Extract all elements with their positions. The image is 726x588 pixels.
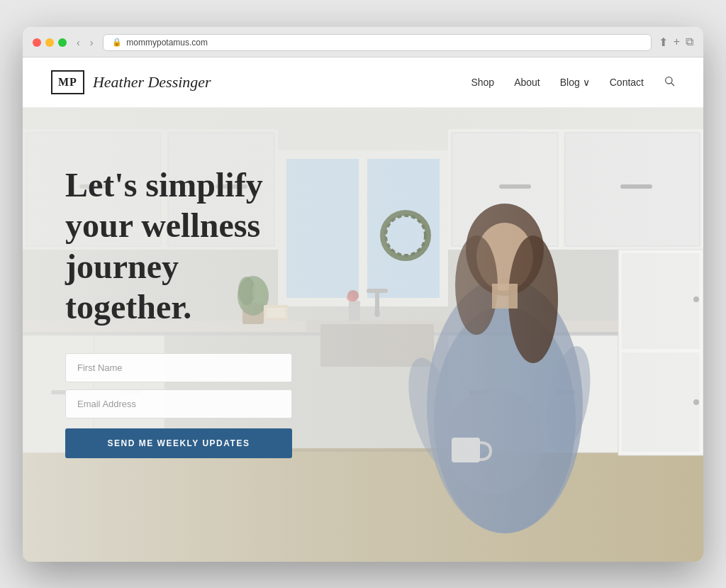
forward-button[interactable]: › xyxy=(87,35,96,50)
browser-nav-controls: ‹ › xyxy=(74,35,96,50)
browser-actions: ⬆ + ⧉ xyxy=(659,35,693,49)
browser-chrome: ‹ › 🔒 mommypotamus.com ⬆ + ⧉ xyxy=(23,27,703,57)
subscribe-button[interactable]: SEND ME WEEKLY UPDATES xyxy=(65,428,292,458)
website-content: MP Heather Dessinger Shop About Blog ∨ C… xyxy=(23,57,703,562)
signup-form: SEND ME WEEKLY UPDATES xyxy=(65,353,292,458)
nav-contact[interactable]: Contact xyxy=(610,77,644,88)
new-tab-icon[interactable]: + xyxy=(674,35,680,49)
logo-initials: MP xyxy=(51,70,84,94)
minimize-button[interactable] xyxy=(45,38,54,47)
nav-links: Shop About Blog ∨ Contact xyxy=(471,75,675,89)
tabs-icon[interactable]: ⧉ xyxy=(686,35,693,49)
chevron-down-icon: ∨ xyxy=(583,77,590,88)
hero-headline: Let's simplify your wellness journey tog… xyxy=(65,165,306,328)
url-text: mommypotamus.com xyxy=(126,38,208,48)
close-button[interactable] xyxy=(33,38,41,47)
svg-line-1 xyxy=(671,83,674,86)
logo-name: Heather Dessinger xyxy=(93,73,211,91)
share-icon[interactable]: ⬆ xyxy=(659,35,668,49)
nav-shop[interactable]: Shop xyxy=(471,77,494,88)
hero-content: Let's simplify your wellness journey tog… xyxy=(23,108,349,515)
nav-about[interactable]: About xyxy=(514,77,540,88)
first-name-input[interactable] xyxy=(65,353,292,382)
main-nav: MP Heather Dessinger Shop About Blog ∨ C… xyxy=(23,57,703,108)
lock-icon: 🔒 xyxy=(112,38,122,47)
email-input[interactable] xyxy=(65,389,292,418)
logo-area[interactable]: MP Heather Dessinger xyxy=(51,70,211,94)
traffic-lights xyxy=(33,38,67,47)
back-button[interactable]: ‹ xyxy=(74,35,83,50)
maximize-button[interactable] xyxy=(58,38,67,47)
hero-section: Let's simplify your wellness journey tog… xyxy=(23,108,703,562)
nav-blog[interactable]: Blog ∨ xyxy=(560,77,590,88)
search-icon[interactable] xyxy=(664,75,675,89)
browser-window: ‹ › 🔒 mommypotamus.com ⬆ + ⧉ MP Heather … xyxy=(23,27,703,562)
address-bar[interactable]: 🔒 mommypotamus.com xyxy=(103,34,651,51)
